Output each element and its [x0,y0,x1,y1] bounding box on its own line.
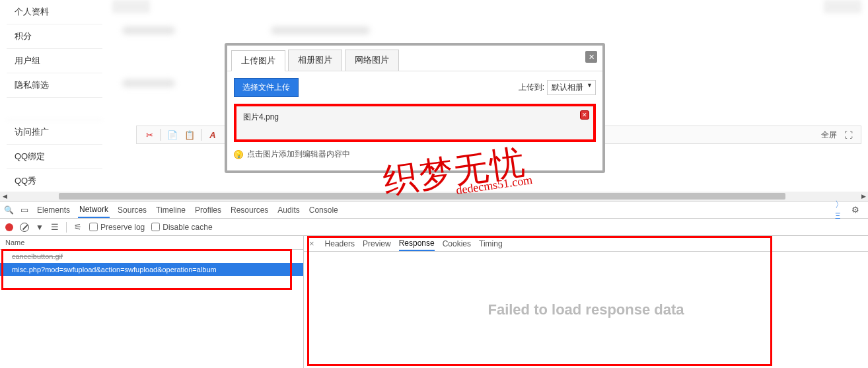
sidebar-item-usergroup[interactable]: 用户组 [7,49,102,73]
cut-icon[interactable]: ✂ [143,129,155,141]
tab-elements[interactable]: Elements [36,203,71,217]
request-row-active[interactable]: misc.php?mod=swfupload&action=swfupload&… [0,263,303,276]
response-close-button[interactable]: × [309,239,314,248]
sidebar-item-visit[interactable]: 访问推广 [7,120,102,145]
request-row[interactable]: cancelbutton.gif [0,250,303,263]
tab-resources[interactable]: Resources [229,203,270,217]
tab-profiles[interactable]: Profiles [194,203,223,217]
clear-button[interactable] [20,223,29,232]
resp-tab-headers[interactable]: Headers [325,237,355,250]
album-select[interactable]: 默认相册 [547,80,596,95]
modal-tabs: 上传图片 相册图片 网络图片 ✕ [227,46,602,71]
preserve-log-checkbox[interactable]: Preserve log [89,223,145,232]
devtools-tabs: 🔍 ▭ Elements Network Sources Timeline Pr… [0,202,868,219]
disable-cache-checkbox[interactable]: Disable cache [151,223,212,232]
file-row[interactable]: 图片4.png ✕ [236,106,593,139]
file-delete-button[interactable]: ✕ [580,110,589,120]
view-icon[interactable]: ☰ [50,223,59,232]
fullscreen-label[interactable]: 全屏 [821,129,837,141]
tab-audits[interactable]: Audits [276,203,301,217]
file-name: 图片4.png [243,112,279,122]
tab-album[interactable]: 相册图片 [288,50,342,71]
device-icon[interactable]: ▭ [20,205,29,215]
network-toolbar: ▼ ☰ ⚟ Preserve log Disable cache [0,219,868,236]
sidebar-item-qqshow[interactable]: QQ秀 [7,169,102,194]
fail-message: Failed to load response data [488,301,684,318]
sidebar-item-points[interactable]: 积分 [7,24,102,49]
column-name[interactable]: Name [0,236,303,250]
response-panel: × Headers Preview Response Cookies Timin… [304,236,868,368]
file-list-box: 图片4.png ✕ [234,104,596,142]
filter-toggle-icon[interactable]: ⚟ [73,223,83,232]
upload-to-label: 上传到: [519,82,544,93]
sidebar: 个人资料 积分 用户组 隐私筛选 访问推广 QQ绑定 QQ秀 [7,0,102,194]
tab-network[interactable]: 网络图片 [345,50,399,71]
modal-close-button[interactable]: ✕ [585,51,597,63]
tab-upload[interactable]: 上传图片 [231,50,285,71]
sidebar-item-profile[interactable]: 个人资料 [7,0,102,24]
fullscreen-icon[interactable]: ⛶ [842,129,854,141]
resp-tab-response[interactable]: Response [399,237,435,251]
sidebar-item-qqbind[interactable]: QQ绑定 [7,145,102,169]
sidebar-item-privacy[interactable]: 隐私筛选 [7,73,102,98]
paste-icon[interactable]: 📋 [184,129,196,141]
scroll-left-button[interactable]: ◀ [0,192,9,201]
tab-network[interactable]: Network [78,202,110,218]
scroll-thumb[interactable] [59,193,785,200]
settings-icon[interactable]: ⚙ [851,205,860,215]
horizontal-scrollbar[interactable]: ◀ ▶ [0,192,868,201]
select-file-button[interactable]: 选择文件上传 [234,78,299,97]
drawer-icon[interactable]: 〉Ξ [835,205,844,215]
tab-sources[interactable]: Sources [116,203,148,217]
upload-modal: 上传图片 相册图片 网络图片 ✕ 选择文件上传 上传到: 默认相册 图片4.pn… [225,43,605,173]
resp-tab-preview[interactable]: Preview [363,237,391,250]
tab-console[interactable]: Console [308,203,340,217]
tip-text: 点击图片添加到编辑器内容中 [247,149,350,160]
tab-timeline[interactable]: Timeline [155,203,187,217]
request-list-panel: Name cancelbutton.gif misc.php?mod=swfup… [0,236,304,368]
record-button[interactable] [5,223,13,231]
scroll-right-button[interactable]: ▶ [859,192,868,201]
inspect-icon[interactable]: 🔍 [4,205,13,215]
resp-tab-cookies[interactable]: Cookies [443,237,471,250]
tip-icon: 💡 [234,150,243,159]
copy-icon[interactable]: 📄 [166,129,178,141]
resp-tab-timing[interactable]: Timing [479,237,503,250]
devtools-panel: 🔍 ▭ Elements Network Sources Timeline Pr… [0,201,868,368]
sidebar-item-blurred[interactable] [7,98,102,120]
font-color-icon[interactable]: A [207,129,219,141]
filter-icon[interactable]: ▼ [36,223,44,232]
